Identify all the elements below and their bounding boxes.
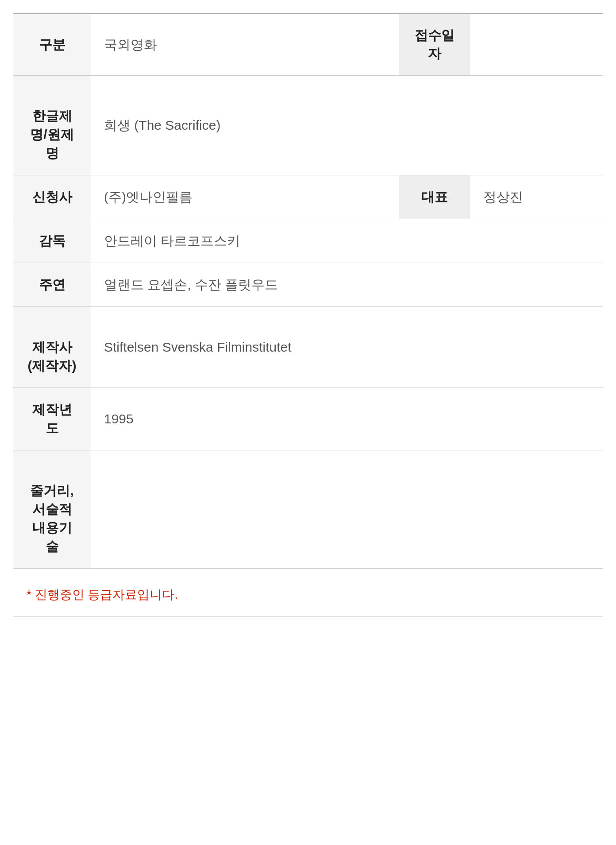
label-cell-category: 구분 [13,14,91,76]
value-cell-title: 희생 (The Sacrifice) [91,76,603,175]
label-text: 줄거리, 서술적내용기술 [30,483,73,554]
bottom-border [13,616,603,617]
label-cell-year: 제작년도 [13,388,91,450]
value-text: 얼랜드 요셉손, 수잔 플릿우드 [104,277,278,292]
table-row: 신청사 (주)엣나인필름 대표 정상진 [13,175,603,219]
label-cell-applicant: 신청사 [13,175,91,219]
label-cell-cast: 주연 [13,263,91,307]
info-table: 구분 국외영화 접수일자 한글제명/원제명 희생 (The Sacrif [13,14,603,569]
value-cell-year: 1995 [91,388,603,450]
label-cell-synopsis: 줄거리, 서술적내용기술 [13,450,91,569]
table-row: 한글제명/원제명 희생 (The Sacrifice) [13,76,603,175]
label-text: 한글제명/원제명 [30,109,73,160]
sub-value-cell-rep: 정상진 [470,175,603,219]
sub-value-cell-reception [470,14,603,76]
label-text: 주연 [39,277,65,292]
table-row: 감독 안드레이 타르코프스키 [13,219,603,263]
sub-label-text: 대표 [421,190,448,204]
label-text: 신청사 [32,190,72,204]
value-text: (주)엣나인필름 [104,190,192,204]
value-text: 희생 (The Sacrifice) [104,118,220,132]
label-text: 제작년도 [32,402,72,435]
table-row: 구분 국외영화 접수일자 [13,14,603,76]
value-cell-cast: 얼랜드 요셉손, 수잔 플릿우드 [91,263,603,307]
notice-content: * 진행중인 등급자료입니다. [27,588,178,601]
value-cell-production: Stiftelsen Svenska Filminstitutet [91,307,603,388]
value-text: 국외영화 [104,37,157,52]
table-row: 제작년도 1995 [13,388,603,450]
label-text: 감독 [39,233,65,248]
label-cell-title: 한글제명/원제명 [13,76,91,175]
table-row: 제작사 (제작자) Stiftelsen Svenska Filminstitu… [13,307,603,388]
table-row: 줄거리, 서술적내용기술 [13,450,603,569]
notice-text: * 진행중인 등급자료입니다. [13,569,603,612]
value-text: 안드레이 타르코프스키 [104,233,240,248]
label-cell-director: 감독 [13,219,91,263]
table-row: 주연 얼랜드 요셉손, 수잔 플릿우드 [13,263,603,307]
label-text: 구분 [39,37,65,52]
value-text: Stiftelsen Svenska Filminstitutet [104,340,292,354]
label-text: 제작사 (제작자) [28,340,77,373]
value-text: 1995 [104,411,134,426]
sub-label-cell-rep: 대표 [399,175,470,219]
sub-label-text: 접수일자 [415,28,454,61]
value-cell-synopsis [91,450,603,569]
page-container: 구분 국외영화 접수일자 한글제명/원제명 희생 (The Sacrif [0,0,616,643]
sub-label-cell-reception: 접수일자 [399,14,470,76]
value-cell-applicant: (주)엣나인필름 [91,175,399,219]
label-cell-production: 제작사 (제작자) [13,307,91,388]
sub-value-text: 정상진 [483,190,523,204]
value-cell-director: 안드레이 타르코프스키 [91,219,603,263]
value-cell-category: 국외영화 [91,14,399,76]
